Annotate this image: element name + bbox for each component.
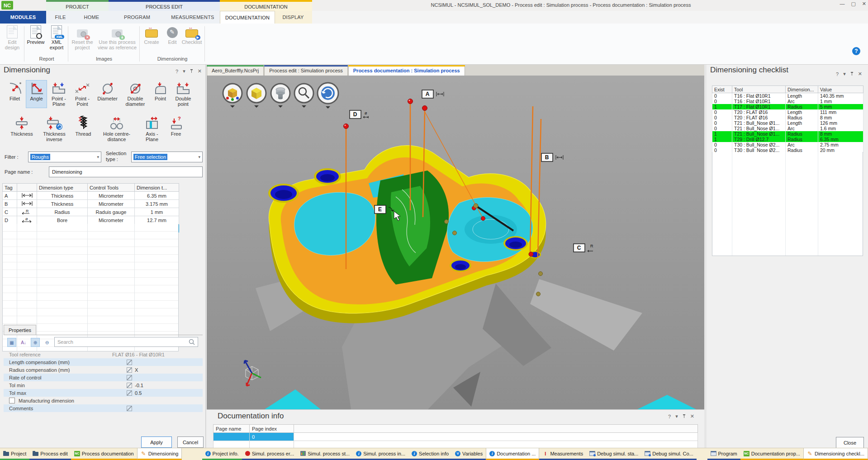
panel-help-icon[interactable]: ?: [668, 414, 671, 419]
col-dimension-type[interactable]: Dimension type: [37, 184, 88, 192]
search-input[interactable]: Search: [54, 337, 198, 347]
tool-double-diameter[interactable]: Double diameter: [121, 80, 150, 108]
property-row-manufacturing[interactable]: Manufacturing dimension: [4, 397, 203, 404]
property-row[interactable]: Length compensation (mm): [4, 358, 203, 366]
tab-program[interactable]: PROGRAM: [109, 11, 166, 24]
table-row[interactable]: C R Radius Raduis gauge 1 mm: [3, 208, 179, 216]
edit-value-icon[interactable]: [127, 367, 132, 373]
checklist-row[interactable]: 0T21 : Bull_Nose Ø1...Arc1.6 mm: [712, 126, 863, 131]
col-page-index[interactable]: Page index: [250, 425, 294, 433]
dimension-tag-d[interactable]: D ø: [350, 110, 369, 119]
taskbar-item-variables[interactable]: VVariables: [452, 448, 486, 460]
edit-value-icon[interactable]: [127, 383, 132, 388]
collapse-all-icon[interactable]: ⊖: [43, 338, 52, 347]
panel-menu-icon[interactable]: ▾: [675, 413, 678, 419]
tool-hole-centre-distance[interactable]: Hole centre-distance: [95, 114, 138, 143]
tool-point-point[interactable]: Point - Point: [71, 80, 94, 108]
col-page-name[interactable]: Page name: [213, 425, 250, 433]
taskbar-item-selection-info[interactable]: iSelection info: [408, 448, 452, 460]
checklist-row[interactable]: 0T30 : Bull_Nose Ø2...Arc2.75 mm: [712, 142, 863, 147]
taskbar-item-program[interactable]: Program: [707, 448, 740, 460]
filter-dropdown[interactable]: Roughs ▾: [28, 152, 101, 162]
taskbar-item-process-edit[interactable]: Process edit: [29, 448, 71, 460]
tool-angle[interactable]: Angle: [26, 80, 47, 108]
help-icon[interactable]: ?: [852, 47, 860, 55]
context-group-project[interactable]: PROJECT: [46, 0, 109, 11]
property-row[interactable]: Tol min -0.1: [4, 381, 203, 389]
panel-close-icon[interactable]: ✕: [690, 413, 694, 419]
property-row[interactable]: Comments: [4, 404, 203, 412]
tab-properties[interactable]: Properties: [4, 325, 36, 335]
checklist-row-exists[interactable]: 1T29 : Drill Ø12.7Radius6.35 mm: [712, 137, 863, 142]
page-name-input[interactable]: Dimensioning: [49, 166, 203, 177]
tab-home[interactable]: HOME: [75, 11, 109, 24]
col-tool[interactable]: Tool: [732, 86, 786, 93]
context-group-documentation[interactable]: DOCUMENTATION: [220, 0, 312, 11]
taskbar-item-measurements[interactable]: ΙMeasurements: [539, 448, 586, 460]
panel-menu-icon[interactable]: ▾: [183, 68, 185, 74]
checklist-row[interactable]: 0T16 : Flat Ø10R1Length140.35 mm: [712, 93, 863, 99]
panel-pin-icon[interactable]: [190, 69, 193, 73]
close-button[interactable]: ✕: [862, 1, 866, 7]
property-row[interactable]: Tol max 0.5: [4, 389, 203, 397]
panel-close-icon[interactable]: ✕: [858, 71, 862, 77]
table-row[interactable]: B Thickness Micrometer 3.175 mm: [3, 200, 179, 208]
tool-thread[interactable]: Thread: [71, 114, 95, 143]
panel-menu-icon[interactable]: ▾: [843, 71, 846, 77]
doc-tab-project[interactable]: Aero_Buterffly.NcsPrj: [207, 65, 264, 76]
checklist-button[interactable]: ▶ Checklist: [180, 25, 204, 53]
taskbar-item-project[interactable]: Project: [0, 448, 29, 460]
expand-all-icon[interactable]: ⊕: [31, 338, 40, 347]
taskbar-item-documentation[interactable]: iDocumentation ...: [486, 448, 539, 460]
taskbar-item-dimensioning-checklist[interactable]: ✎Dimensioning checkl...: [803, 448, 868, 460]
col-tag[interactable]: Tag: [3, 184, 17, 192]
apply-button[interactable]: Apply: [141, 436, 172, 448]
tool-point-plane[interactable]: Point - Plane: [47, 80, 71, 108]
taskbar-item-simul-process-st[interactable]: Simul. process st...: [297, 448, 353, 460]
tool-axis-plane[interactable]: Axis - Plane: [138, 114, 166, 143]
viewport-3d[interactable]: A B C R D ø E: [207, 76, 704, 409]
tool-diameter[interactable]: Diameter: [94, 80, 121, 108]
taskbar-item-debug-simul-co[interactable]: Debug simul. Co...: [641, 448, 696, 460]
taskbar-item-dimensioning[interactable]: ✎Dimensioning: [137, 448, 182, 460]
edit-value-icon[interactable]: [127, 360, 132, 365]
context-group-process-edit[interactable]: PROCESS EDIT: [109, 0, 220, 11]
taskbar-item-process-documentation[interactable]: NCProcess documentation: [71, 448, 137, 460]
tab-file[interactable]: FILE: [46, 11, 75, 24]
tool-thickness[interactable]: Thickness: [6, 114, 37, 143]
panel-pin-icon[interactable]: [683, 414, 686, 418]
checklist-row[interactable]: 0T16 : Flat Ø10R1Arc1 mm: [712, 99, 863, 104]
sort-az-icon[interactable]: A↓: [19, 338, 28, 347]
col-control-tools[interactable]: Control Tools: [88, 184, 135, 192]
edit-design-button[interactable]: Edit design: [2, 25, 23, 53]
minimize-button[interactable]: —: [840, 1, 844, 7]
col-value[interactable]: Value: [818, 86, 863, 93]
property-row[interactable]: Radius compensation (mm) X: [4, 366, 203, 374]
maximize-button[interactable]: ▢: [851, 1, 855, 7]
checklist-row[interactable]: 0T20 : FLAT Ø16Radius8 mm: [712, 115, 863, 120]
panel-help-icon[interactable]: ?: [836, 71, 839, 77]
use-process-view-button[interactable]: ⋔ Use this process view as reference: [96, 25, 138, 53]
col-dimension[interactable]: Dimension...: [786, 86, 818, 93]
xml-export-button[interactable]: XML XML export: [46, 25, 67, 53]
taskbar-item-documentation-prop[interactable]: NCDocumentation prop...: [740, 448, 803, 460]
tool-double-point[interactable]: Double point: [171, 80, 195, 108]
taskbar-item-simul-process-er[interactable]: Simul. process er...: [242, 448, 298, 460]
taskbar-item-project-info[interactable]: iProject info.: [202, 448, 242, 460]
table-row[interactable]: D ø Bore Micrometer 12.7 mm: [3, 216, 179, 224]
tab-measurements[interactable]: MEASUREMENTS: [166, 11, 220, 24]
reset-project-button[interactable]: ✕ Reset the project: [70, 25, 95, 53]
preview-button[interactable]: Preview: [25, 25, 46, 53]
taskbar-item-debug-simul-sta[interactable]: Debug simul. sta...: [586, 448, 641, 460]
checklist-row[interactable]: 0T20 : FLAT Ø16Length111 mm: [712, 109, 863, 115]
tool-fillet[interactable]: Fillet: [4, 80, 26, 108]
edit-value-icon[interactable]: [127, 375, 132, 380]
tool-point[interactable]: Point: [150, 80, 171, 108]
table-row-selected[interactable]: 0: [213, 433, 698, 441]
panel-pin-icon[interactable]: [850, 72, 854, 76]
tab-modules[interactable]: MODULES: [0, 11, 46, 24]
close-panel-button[interactable]: Close: [836, 437, 864, 448]
tab-documentation[interactable]: DOCUMENTATION: [220, 11, 275, 24]
col-dimension-t[interactable]: Dimension t...: [135, 184, 179, 192]
tool-free[interactable]: ? Free: [166, 114, 186, 143]
